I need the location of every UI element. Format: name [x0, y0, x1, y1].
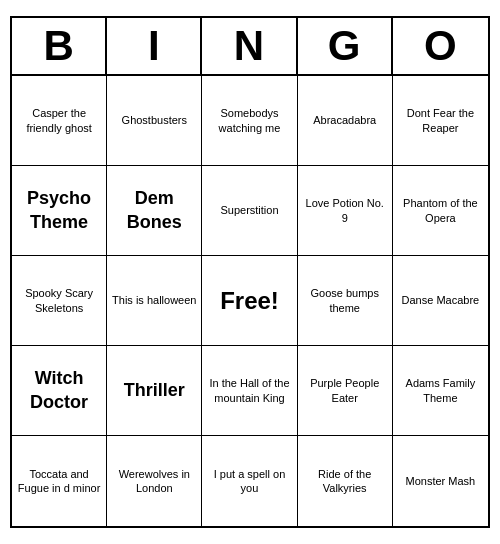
bingo-cell-10: Spooky Scary Skeletons: [12, 256, 107, 346]
bingo-cell-16: Thriller: [107, 346, 202, 436]
bingo-cell-13: Goose bumps theme: [298, 256, 393, 346]
bingo-card: BINGO Casper the friendly ghostGhostbust…: [10, 16, 490, 528]
bingo-cell-14: Danse Macabre: [393, 256, 488, 346]
bingo-cell-4: Dont Fear the Reaper: [393, 76, 488, 166]
bingo-cell-1: Ghostbusters: [107, 76, 202, 166]
bingo-letter-i: I: [107, 18, 202, 74]
bingo-cell-7: Superstition: [202, 166, 297, 256]
bingo-letter-g: G: [298, 18, 393, 74]
bingo-cell-5: Psycho Theme: [12, 166, 107, 256]
bingo-cell-21: Werewolves in London: [107, 436, 202, 526]
bingo-cell-6: Dem Bones: [107, 166, 202, 256]
bingo-grid: Casper the friendly ghostGhostbustersSom…: [12, 76, 488, 526]
bingo-cell-3: Abracadabra: [298, 76, 393, 166]
bingo-cell-8: Love Potion No. 9: [298, 166, 393, 256]
bingo-letter-n: N: [202, 18, 297, 74]
bingo-header: BINGO: [12, 18, 488, 76]
bingo-cell-23: Ride of the Valkyries: [298, 436, 393, 526]
bingo-cell-12: Free!: [202, 256, 297, 346]
bingo-cell-19: Adams Family Theme: [393, 346, 488, 436]
bingo-cell-2: Somebodys watching me: [202, 76, 297, 166]
bingo-cell-11: This is halloween: [107, 256, 202, 346]
bingo-cell-22: I put a spell on you: [202, 436, 297, 526]
bingo-cell-24: Monster Mash: [393, 436, 488, 526]
bingo-cell-9: Phantom of the Opera: [393, 166, 488, 256]
bingo-cell-20: Toccata and Fugue in d minor: [12, 436, 107, 526]
bingo-letter-o: O: [393, 18, 488, 74]
bingo-cell-15: Witch Doctor: [12, 346, 107, 436]
bingo-letter-b: B: [12, 18, 107, 74]
bingo-cell-17: In the Hall of the mountain King: [202, 346, 297, 436]
bingo-cell-18: Purple People Eater: [298, 346, 393, 436]
bingo-cell-0: Casper the friendly ghost: [12, 76, 107, 166]
